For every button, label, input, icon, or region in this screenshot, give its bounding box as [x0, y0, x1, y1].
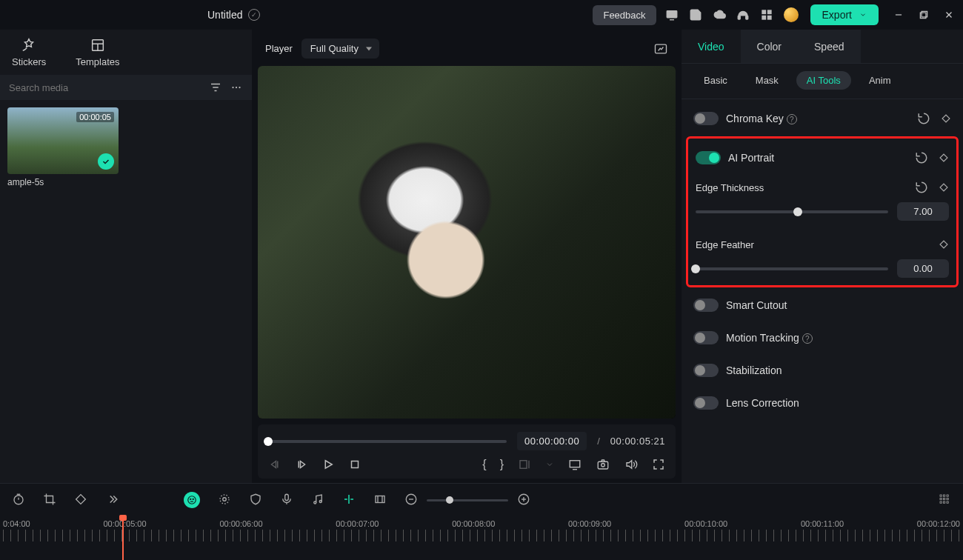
edge-thickness-label: Edge Thickness	[696, 182, 915, 193]
reset-icon[interactable]	[915, 181, 928, 194]
align-icon[interactable]	[517, 458, 532, 471]
export-button[interactable]: Export	[810, 4, 879, 25]
reset-icon[interactable]	[917, 112, 930, 125]
media-item[interactable]: 00:00:05 ample-5s	[7, 107, 119, 187]
time-current: 00:00:00:00	[517, 432, 587, 450]
smart-cutout-row: Smart Cutout	[693, 289, 951, 321]
keyframe-icon[interactable]	[939, 182, 949, 193]
preview-viewport[interactable]	[258, 66, 676, 419]
device-icon[interactable]	[665, 8, 679, 21]
crop-icon[interactable]	[43, 493, 56, 508]
fullscreen-icon[interactable]	[652, 458, 665, 471]
stabilization-toggle[interactable]	[693, 364, 719, 377]
step-back-icon[interactable]	[295, 458, 308, 471]
zoom-slider[interactable]	[427, 499, 508, 501]
frame-icon[interactable]	[373, 493, 387, 508]
brace-open-icon[interactable]: {	[482, 458, 486, 471]
keyframe-icon[interactable]	[941, 113, 951, 124]
diamond-icon[interactable]	[74, 493, 87, 508]
play-icon[interactable]	[321, 458, 335, 471]
stop-icon[interactable]	[348, 458, 361, 471]
zoom-in-icon[interactable]	[517, 493, 530, 508]
apps-icon[interactable]	[760, 8, 773, 21]
info-icon[interactable]: ?	[787, 114, 797, 124]
keyframe-icon[interactable]	[939, 153, 949, 163]
subtab-mask[interactable]: Mask	[745, 71, 789, 90]
svg-rect-2	[745, 16, 747, 20]
compare-icon[interactable]	[653, 41, 668, 56]
keyframe-icon[interactable]	[939, 239, 949, 250]
tab-stickers[interactable]: Stickers	[12, 37, 46, 67]
filter-icon[interactable]	[209, 81, 222, 94]
split-icon[interactable]	[342, 493, 356, 508]
music-note-icon[interactable]	[311, 493, 324, 508]
quality-dropdown[interactable]: Full Quality	[301, 39, 379, 59]
motion-tracking-toggle[interactable]	[693, 331, 719, 344]
chevron-down-icon[interactable]	[545, 460, 554, 469]
smart-cutout-toggle[interactable]	[693, 299, 719, 312]
svg-point-41	[190, 499, 191, 499]
ai-face-icon[interactable]	[184, 492, 200, 508]
search-input[interactable]	[9, 82, 201, 93]
tab-templates[interactable]: Templates	[76, 37, 119, 67]
effects-wheel-icon[interactable]	[218, 493, 231, 508]
svg-point-43	[223, 497, 227, 501]
support-icon[interactable]	[736, 8, 750, 21]
reset-icon[interactable]	[915, 151, 928, 164]
smart-cutout-label: Smart Cutout	[726, 299, 951, 311]
edge-feather-slider[interactable]	[696, 267, 888, 270]
ruler-label: 00:00:09:00	[568, 519, 611, 528]
close-icon[interactable]	[944, 10, 954, 20]
edge-feather-value[interactable]: 0.00	[897, 259, 949, 278]
minimize-icon[interactable]	[893, 10, 904, 20]
feedback-button[interactable]: Feedback	[593, 5, 656, 25]
media-thumbnail[interactable]: 00:00:05	[7, 107, 119, 174]
preview-panel: Player Full Quality 00:00:00:00 / 00:00:…	[252, 30, 682, 483]
shield-icon[interactable]	[249, 493, 262, 508]
mic-icon[interactable]	[280, 493, 293, 508]
svg-marker-22	[301, 461, 305, 468]
snapshot-icon[interactable]	[596, 458, 610, 471]
brace-close-icon[interactable]: }	[500, 458, 504, 471]
properties-panel: Video Color Speed Basic Mask AI Tools An…	[682, 30, 963, 483]
svg-rect-64	[947, 498, 948, 499]
ai-portrait-toggle[interactable]	[696, 151, 721, 164]
scrub-bar[interactable]	[268, 440, 507, 443]
display-icon[interactable]	[567, 458, 582, 471]
prop-tab-video[interactable]: Video	[682, 30, 741, 63]
svg-rect-1	[738, 16, 740, 20]
playhead[interactable]	[122, 516, 124, 560]
timeline-ruler[interactable]: 0:04:0000:00:05:0000:00:06:0000:00:07:00…	[0, 516, 963, 560]
maximize-icon[interactable]	[919, 10, 929, 20]
svg-rect-59	[940, 495, 942, 496]
zoom-group	[404, 493, 530, 508]
subtab-ai-tools[interactable]: AI Tools	[796, 71, 851, 90]
volume-icon[interactable]	[624, 458, 639, 471]
timer-icon[interactable]	[12, 493, 25, 508]
svg-rect-66	[944, 501, 945, 503]
user-avatar-icon[interactable]	[784, 7, 799, 22]
save-icon[interactable]	[689, 8, 702, 21]
media-duration: 00:00:05	[76, 112, 114, 122]
zoom-out-icon[interactable]	[404, 493, 418, 508]
svg-point-42	[193, 499, 193, 499]
svg-rect-5	[762, 16, 766, 20]
prev-frame-icon[interactable]	[268, 458, 281, 471]
subtab-basic[interactable]: Basic	[693, 71, 738, 90]
prop-tab-color[interactable]: Color	[741, 30, 798, 63]
more-icon[interactable]	[230, 81, 243, 94]
chroma-key-toggle[interactable]	[693, 112, 719, 125]
expand-icon[interactable]	[105, 493, 119, 508]
svg-rect-67	[947, 501, 948, 503]
edge-thickness-slider[interactable]	[696, 210, 888, 213]
lens-correction-toggle[interactable]	[693, 396, 719, 410]
saved-status-icon: ✓	[248, 9, 260, 21]
subtab-anim[interactable]: Anim	[859, 71, 902, 90]
info-icon[interactable]: ?	[802, 333, 813, 344]
grid-view-icon[interactable]	[938, 493, 951, 508]
timeline-panel: 0:04:0000:00:05:0000:00:06:0000:00:07:00…	[0, 483, 963, 560]
ai-portrait-highlight: AI Portrait Edge Thickness	[686, 136, 959, 287]
edge-thickness-value[interactable]: 7.00	[897, 202, 949, 221]
cloud-download-icon[interactable]	[713, 8, 726, 21]
prop-tab-speed[interactable]: Speed	[798, 30, 860, 63]
